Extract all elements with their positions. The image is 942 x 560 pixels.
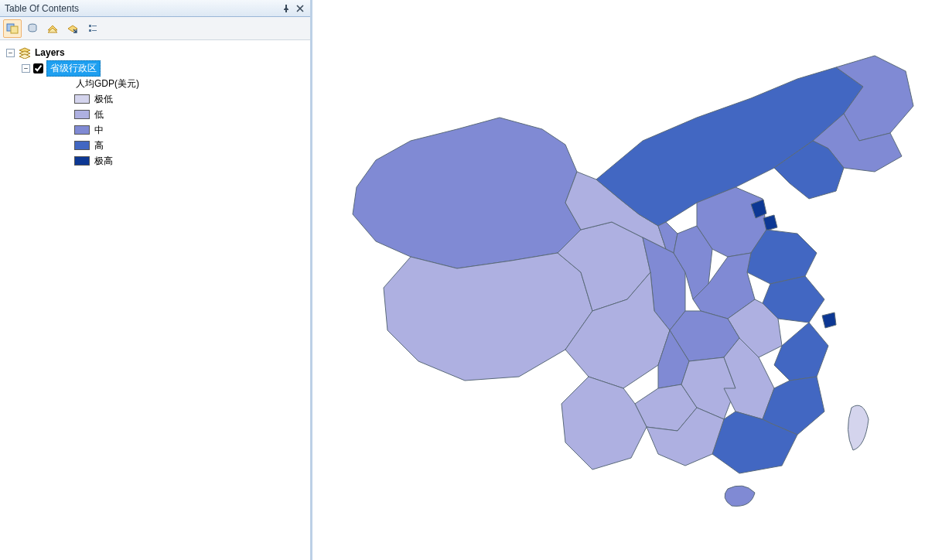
toc-title: Table Of Contents <box>5 3 279 14</box>
legend-class-label: 高 <box>94 139 104 152</box>
layers-root-row[interactable]: − Layers <box>3 45 307 60</box>
svg-rect-1 <box>11 26 18 33</box>
svg-rect-3 <box>89 25 91 27</box>
symbology-field-label: 人均GDP(美元) <box>74 77 139 90</box>
layers-icon <box>18 46 32 59</box>
table-of-contents-panel: Table Of Contents <box>0 0 312 560</box>
prov-yunnan <box>561 377 647 470</box>
prov-tibet <box>384 253 592 381</box>
china-choropleth-map <box>333 25 921 535</box>
svg-rect-6 <box>92 30 97 31</box>
legend-class-row[interactable]: 高 <box>3 138 307 153</box>
collapse-icon[interactable]: − <box>22 64 30 73</box>
pin-icon[interactable] <box>279 2 293 15</box>
layer-name[interactable]: 省级行政区 <box>46 60 101 77</box>
close-icon[interactable] <box>293 2 307 15</box>
legend-class-label: 极高 <box>94 155 113 168</box>
prov-hainan <box>725 486 755 506</box>
toc-tree: − Layers − 省级行政区 人均GDP(美元) 极低 <box>0 40 310 560</box>
legend-class-row[interactable]: 中 <box>3 122 307 138</box>
legend-class-row[interactable]: 低 <box>3 107 307 122</box>
collapse-icon[interactable]: − <box>6 49 15 57</box>
legend-swatch <box>74 110 90 119</box>
prov-taiwan <box>848 405 869 450</box>
legend-swatch <box>74 94 90 104</box>
prov-zhejiang <box>774 323 828 381</box>
legend-swatch <box>74 141 90 150</box>
prov-shanghai <box>822 312 836 328</box>
layer-visibility-checkbox[interactable] <box>33 63 43 73</box>
toc-title-bar: Table Of Contents <box>0 0 310 17</box>
legend-swatch <box>74 156 90 166</box>
list-by-drawing-order-button[interactable] <box>3 19 22 38</box>
legend-class-label: 低 <box>94 108 104 121</box>
prov-xinjiang <box>353 118 581 268</box>
legend-class-row[interactable]: 极高 <box>3 153 307 169</box>
svg-rect-5 <box>89 29 91 32</box>
legend-class-row[interactable]: 极低 <box>3 91 307 107</box>
options-button[interactable] <box>84 19 102 38</box>
layer-row[interactable]: − 省级行政区 <box>3 60 307 76</box>
list-by-source-button[interactable] <box>23 19 42 38</box>
toc-toolbar <box>0 17 310 40</box>
list-by-selection-button[interactable] <box>63 19 82 38</box>
legend-swatch <box>74 125 90 135</box>
layers-root-label: Layers <box>35 47 65 58</box>
svg-rect-4 <box>92 26 97 26</box>
legend-class-label: 极低 <box>94 93 113 106</box>
map-view[interactable] <box>312 0 942 560</box>
legend-class-label: 中 <box>94 124 104 137</box>
symbology-field-row[interactable]: 人均GDP(美元) <box>3 76 307 91</box>
list-by-visibility-button[interactable] <box>43 19 62 38</box>
